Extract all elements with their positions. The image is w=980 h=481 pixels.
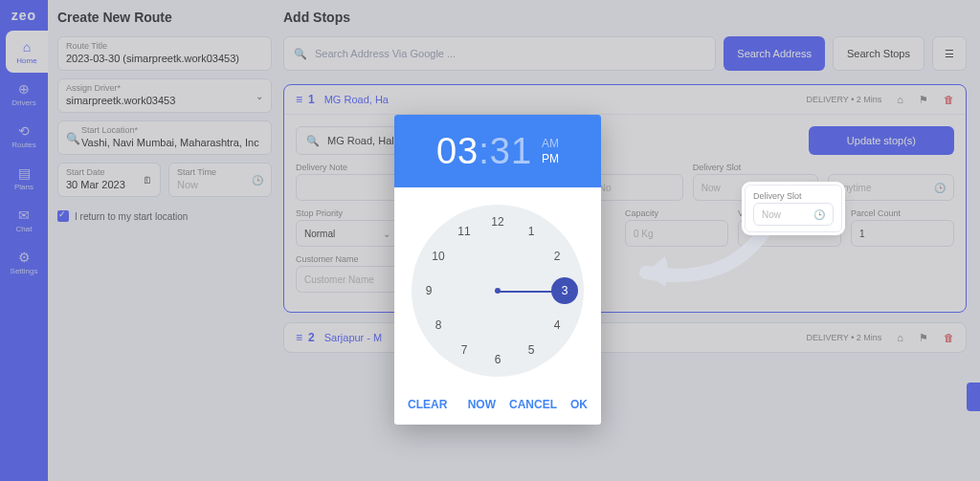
tutorial-arrow [622, 220, 785, 306]
clock-icon: 🕒 [813, 209, 825, 220]
time-picker-header: 03:31 AM PM [394, 115, 601, 187]
cancel-button[interactable]: CANCEL [509, 398, 557, 411]
time-picker-actions: CLEAR NOW CANCEL OK [394, 388, 601, 425]
hour-value[interactable]: 03 [436, 131, 479, 171]
delivery-slot-highlight: Delivery Slot Now🕒 [745, 185, 842, 232]
clear-button[interactable]: CLEAR [408, 398, 447, 411]
clock-face[interactable]: 3 12 1 2 4 5 6 7 8 9 10 11 [412, 205, 584, 377]
field-label: Delivery Slot [753, 191, 834, 201]
ok-button[interactable]: OK [570, 398, 588, 411]
time-display: 03:31 [436, 131, 532, 172]
selected-hour[interactable]: 3 [551, 277, 578, 304]
am-toggle[interactable]: AM [542, 137, 559, 150]
time-picker-modal: 03:31 AM PM 3 12 1 2 4 5 6 7 8 9 10 11 C… [394, 115, 601, 425]
delivery-slot-from-input[interactable]: Now🕒 [753, 203, 834, 226]
now-button[interactable]: NOW [468, 398, 496, 411]
minute-value[interactable]: 31 [490, 131, 532, 171]
pm-toggle[interactable]: PM [542, 152, 559, 165]
